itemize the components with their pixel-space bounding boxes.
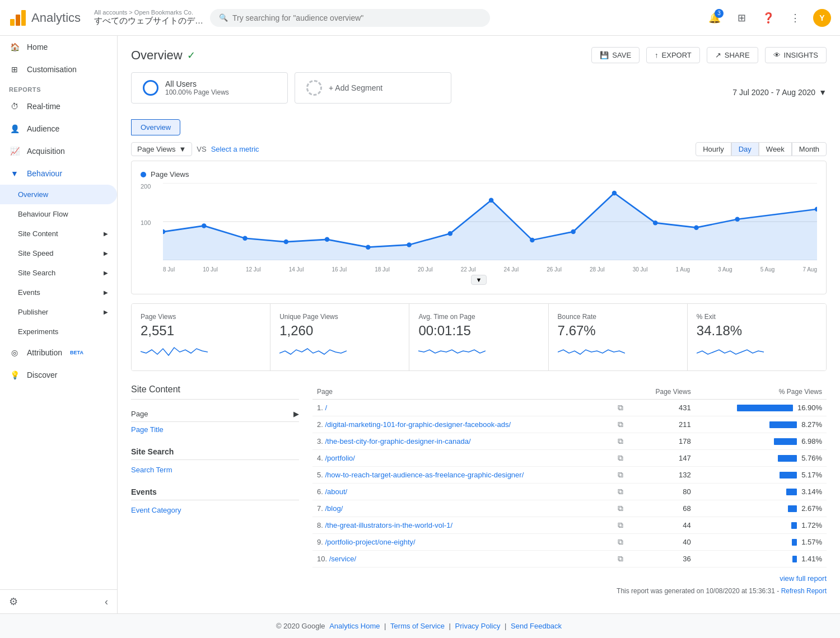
sidebar: 🏠 Home ⊞ Customisation REPORTS ⏱ Real-ti… [0, 36, 118, 613]
col-pct-page-views: % Page Views [696, 384, 827, 400]
copy-icon[interactable]: ⧉ [618, 504, 623, 513]
bounce-rate-label: Bounce Rate [558, 313, 678, 321]
nav-group-item-search-term: Search Term [131, 462, 299, 477]
settings-icon[interactable]: ⚙ [9, 595, 18, 608]
sidebar-item-home[interactable]: 🏠 Home [0, 36, 117, 58]
sidebar-item-publisher[interactable]: Publisher ▶ [0, 302, 117, 322]
logo-text: Analytics [31, 11, 81, 25]
notifications-icon[interactable]: 🔔 3 [706, 9, 724, 27]
copy-icon[interactable]: ⧉ [618, 420, 623, 429]
page-link[interactable]: /the-best-city-for-graphic-designer-in-c… [325, 437, 470, 445]
pct-value: 2.67% [801, 504, 822, 513]
customisation-icon: ⊞ [9, 64, 20, 75]
page-link[interactable]: /blog/ [325, 504, 343, 513]
copy-icon[interactable]: ⧉ [618, 537, 623, 546]
copy-icon[interactable]: ⧉ [618, 487, 623, 496]
view-full-report-link[interactable]: view full report [780, 574, 827, 583]
add-segment-card[interactable]: + Add Segment [295, 72, 451, 104]
time-btn-hourly[interactable]: Hourly [696, 142, 731, 156]
sidebar-item-realtime[interactable]: ⏱ Real-time [0, 95, 117, 118]
copy-icon[interactable]: ⧉ [618, 470, 623, 479]
export-button[interactable]: ↑ EXPORT [646, 47, 700, 63]
page-title-link[interactable]: Page Title [131, 425, 164, 434]
copy-icon[interactable]: ⧉ [618, 403, 623, 412]
sidebar-discover-label: Discover [27, 370, 57, 379]
sidebar-item-site-search[interactable]: Site Search ▶ [0, 263, 117, 283]
nav-group-item-event-category: Event Category [131, 503, 299, 518]
search-input[interactable] [232, 13, 481, 22]
all-users-segment[interactable]: All Users 100.00% Page Views [131, 72, 288, 104]
table-row: 2. /digital-marketing-101-for-graphic-de… [312, 416, 827, 433]
views-cell: 80 [633, 484, 695, 500]
page-views-sparkline [141, 343, 208, 360]
copy-icon[interactable]: ⧉ [618, 554, 623, 563]
sidebar-item-site-speed[interactable]: Site Speed ▶ [0, 243, 117, 263]
page-link[interactable]: / [325, 404, 327, 412]
page-link[interactable]: /digital-marketing-101-for-graphic-desig… [325, 420, 511, 429]
insights-button[interactable]: 👁 INSIGHTS [765, 47, 827, 63]
date-range[interactable]: 7 Jul 2020 - 7 Aug 2020 ▼ [732, 88, 827, 97]
footer-terms[interactable]: Terms of Service [390, 622, 445, 630]
metric-card-avg-time: Avg. Time on Page 00:01:15 [409, 304, 548, 370]
sidebar-item-attribution[interactable]: ◎ Attribution BETA [0, 341, 117, 364]
footer-feedback[interactable]: Send Feedback [511, 622, 562, 630]
nav-group-page-header[interactable]: Page ▶ [131, 406, 299, 422]
chart-type-toggle[interactable]: ▼ [471, 275, 487, 285]
select-metric[interactable]: Select a metric [211, 145, 259, 153]
page-views-value: 2,551 [141, 323, 261, 339]
sidebar-item-site-content[interactable]: Site Content ▶ [0, 224, 117, 243]
sidebar-item-customisation[interactable]: ⊞ Customisation [0, 58, 117, 81]
refresh-report-link[interactable]: Refresh Report [781, 587, 827, 595]
pct-value: 5.17% [801, 471, 822, 479]
avatar[interactable]: Y [813, 9, 831, 27]
behaviour-icon: ▼ [9, 168, 20, 179]
sidebar-realtime-label: Real-time [27, 102, 60, 111]
search-icon: 🔍 [219, 13, 228, 22]
search-term-link[interactable]: Search Term [131, 466, 172, 474]
sidebar-item-behaviour-flow[interactable]: Behaviour Flow [0, 204, 117, 224]
copy-cell: ⧉ [613, 400, 633, 416]
share-button[interactable]: ↗ SHARE [707, 47, 758, 63]
page-link[interactable]: /the-great-illustrators-in-the-world-vol… [325, 521, 452, 529]
avg-time-value: 00:01:15 [418, 323, 539, 339]
copy-icon[interactable]: ⧉ [618, 520, 623, 529]
time-btn-day[interactable]: Day [731, 142, 759, 156]
save-button[interactable]: 💾 SAVE [591, 47, 640, 63]
help-icon[interactable]: ❓ [759, 9, 777, 27]
svg-rect-0 [10, 19, 15, 26]
page-views-metric-btn[interactable]: Page Views ▼ [131, 142, 192, 156]
time-btn-week[interactable]: Week [759, 142, 792, 156]
sidebar-item-experiments[interactable]: Experiments [0, 322, 117, 341]
page-link[interactable]: /service/ [329, 555, 356, 563]
sidebar-item-discover[interactable]: 💡 Discover [0, 364, 117, 386]
footer-analytics-home[interactable]: Analytics Home [329, 622, 380, 630]
row-num-cell: 3. /the-best-city-for-graphic-designer-i… [312, 433, 613, 450]
footer-privacy[interactable]: Privacy Policy [455, 622, 501, 630]
copy-icon[interactable]: ⧉ [618, 453, 623, 462]
sidebar-item-overview[interactable]: Overview [0, 185, 117, 204]
sidebar-item-behaviour[interactable]: ▼ Behaviour [0, 162, 117, 185]
nav-group-page: Page ▶ Page Title [131, 406, 299, 437]
page-link[interactable]: /portfolio/ [325, 454, 354, 462]
page-link[interactable]: /about/ [325, 487, 347, 496]
page-link[interactable]: /portfolio-project/one-eighty/ [325, 538, 415, 546]
more-icon[interactable]: ⋮ [786, 9, 804, 27]
sidebar-item-audience[interactable]: 👤 Audience [0, 118, 117, 140]
collapse-icon[interactable]: ‹ [105, 596, 108, 608]
event-category-link[interactable]: Event Category [131, 506, 181, 514]
page-link[interactable]: /how-to-reach-target-audience-as-freelan… [325, 471, 524, 479]
site-content-title: Site Content [131, 384, 299, 400]
sidebar-item-acquisition[interactable]: 📈 Acquisition [0, 140, 117, 162]
sidebar-item-events[interactable]: Events ▶ [0, 283, 117, 302]
chart-toggle[interactable]: ▼ [141, 275, 817, 285]
add-segment-label[interactable]: + Add Segment [329, 83, 382, 92]
copy-icon[interactable]: ⧉ [618, 437, 623, 445]
time-btn-month[interactable]: Month [792, 142, 827, 156]
overview-title: Overview ✓ [131, 48, 195, 63]
search-bar[interactable]: 🔍 [210, 9, 490, 27]
chevron-right-icon-5: ▶ [104, 309, 108, 315]
site-name: すべてのウェブサイトのデ… [94, 16, 203, 26]
tab-overview[interactable]: Overview [131, 119, 180, 135]
row-number: 2. [317, 420, 323, 429]
apps-icon[interactable]: ⊞ [732, 9, 750, 27]
